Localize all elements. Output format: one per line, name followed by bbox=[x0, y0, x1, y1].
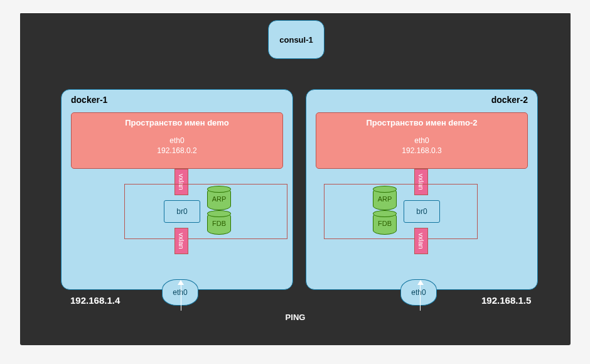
docker-1-br0: br0 bbox=[164, 200, 200, 223]
docker-1-host: docker-1 Пространство имен demo eth0 192… bbox=[61, 89, 293, 290]
docker-2-ns-eth: eth0 192.168.0.3 bbox=[316, 136, 527, 156]
docker-1-ns-if: eth0 bbox=[169, 136, 184, 145]
docker-1-ns-title: Пространство имен demo bbox=[72, 118, 282, 127]
docker-2-host: docker-2 Пространство имен demo-2 eth0 1… bbox=[306, 89, 538, 290]
ping-line bbox=[20, 13, 571, 13]
consul-node: consul-1 bbox=[268, 20, 324, 59]
docker-1-title: docker-1 bbox=[71, 95, 107, 105]
diagram-frame: consul-1 docker-1 Пространство имен demo… bbox=[20, 13, 571, 345]
docker-2-title: docker-2 bbox=[491, 95, 528, 105]
docker-1-namespace: Пространство имен demo eth0 192.168.0.2 bbox=[71, 112, 283, 169]
docker-2-tables: ARP FDB bbox=[373, 188, 397, 237]
docker-2-ns-if: eth0 bbox=[414, 136, 429, 145]
docker-1-tables: ARP FDB bbox=[207, 188, 231, 237]
ping-arrow-left bbox=[178, 280, 184, 285]
ping-label: PING bbox=[20, 313, 571, 322]
consul-label: consul-1 bbox=[279, 35, 313, 45]
docker-2-ns-frame bbox=[324, 184, 478, 239]
ping-line-v2 bbox=[420, 284, 421, 311]
docker-1-host-ip: 192.168.1.4 bbox=[70, 295, 120, 306]
docker-1-fdb: FDB bbox=[207, 212, 231, 235]
docker-2-host-ip: 192.168.1.5 bbox=[481, 295, 531, 306]
docker-2-namespace: Пространство имен demo-2 eth0 192.168.0.… bbox=[316, 112, 528, 169]
ping-arrow-right bbox=[417, 280, 424, 285]
docker-1-vxlan-bot: vxlan bbox=[174, 228, 188, 254]
docker-2-ns-ip: 192.168.0.3 bbox=[402, 146, 441, 155]
docker-2-fdb: FDB bbox=[373, 212, 397, 235]
ping-line-v1 bbox=[181, 284, 181, 311]
docker-1-arp: ARP bbox=[207, 188, 231, 210]
docker-2-vxlan-bot: vxlan bbox=[414, 228, 428, 254]
docker-1-ns-ip: 192.168.0.2 bbox=[157, 146, 196, 155]
docker-2-br0: br0 bbox=[404, 200, 440, 223]
docker-2-ns-title: Пространство имен demo-2 bbox=[316, 118, 527, 127]
docker-1-ns-eth: eth0 192.168.0.2 bbox=[72, 136, 282, 156]
docker-2-arp: ARP bbox=[373, 188, 397, 210]
docker-1-ns-frame bbox=[124, 184, 287, 239]
